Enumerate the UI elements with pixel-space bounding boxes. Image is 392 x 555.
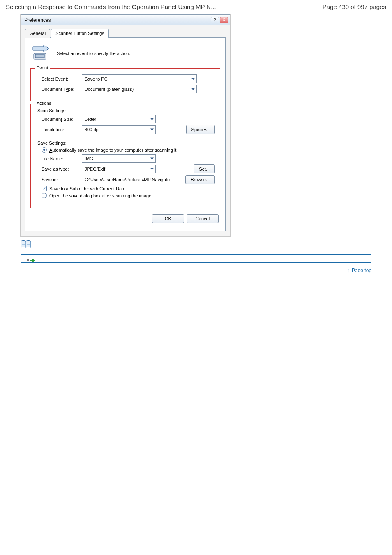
tab-scanner-button-settings[interactable]: Scanner Button Settings	[51, 29, 109, 38]
preferences-dialog: Preferences ? ✕ General Scanner Button S…	[21, 14, 230, 236]
save-in-field[interactable]: C:\Users\UserName\Pictures\MP Navigato	[82, 176, 180, 184]
intro-row: Select an event to specify the action.	[30, 42, 220, 68]
document-type-dropdown[interactable]: Document (platen glass)	[82, 85, 197, 93]
dialog-footer: OK Cancel	[30, 208, 220, 224]
svg-rect-1	[35, 54, 44, 58]
tab-page: Select an event to specify the action. E…	[25, 37, 226, 231]
specify-button[interactable]: Specify...	[186, 125, 215, 134]
document-size-dropdown[interactable]: Letter	[82, 115, 156, 123]
page-top-link[interactable]: ↑ Page top	[0, 265, 392, 273]
radio-icon	[42, 147, 47, 153]
save-in-label: Save in:	[36, 177, 82, 182]
divider-line	[21, 254, 371, 255]
save-settings-section: Save Settings: Automatically save the im…	[36, 136, 215, 202]
actions-legend: Actions	[35, 101, 53, 106]
file-name-field[interactable]: IMG	[82, 154, 156, 163]
tab-strip: General Scanner Button Settings	[25, 29, 226, 38]
note-icon	[21, 240, 31, 249]
save-settings-label: Save Settings:	[37, 141, 215, 146]
radio-icon	[42, 193, 47, 198]
checkbox-icon	[42, 186, 47, 191]
page-number: Page 430 of 997 pages	[323, 3, 386, 10]
dialog-titlebar: Preferences ? ✕	[21, 15, 230, 25]
bullet-list	[0, 258, 392, 259]
file-name-label: File Name:	[36, 156, 82, 161]
arrow-bullet-icon	[30, 259, 35, 263]
resolution-dropdown[interactable]: 300 dpi	[82, 125, 156, 134]
document-size-label: Document Size:	[36, 117, 82, 122]
select-event-label: Select Event:	[36, 76, 82, 81]
set-button[interactable]: Set...	[194, 164, 215, 173]
page-header: Selecting a Response to Commands from th…	[0, 0, 392, 14]
divider-line	[21, 262, 371, 263]
event-legend: Event	[35, 65, 50, 70]
open-dialog-radio[interactable]: Open the save dialog box after scanning …	[42, 193, 215, 198]
cancel-button[interactable]: Cancel	[187, 214, 219, 223]
tab-general[interactable]: General	[25, 29, 50, 38]
resolution-label: Resolution:	[36, 127, 82, 132]
square-bullet-icon	[27, 259, 29, 261]
scanner-arrow-icon	[31, 44, 51, 62]
dialog-title: Preferences	[24, 17, 51, 23]
scan-settings-label: Scan Settings:	[37, 108, 215, 113]
event-group: Event Select Event: Save to PC Document …	[30, 68, 220, 101]
up-arrow-icon: ↑	[348, 268, 350, 273]
page-top-label: Page top	[352, 268, 371, 273]
actions-group: Actions Scan Settings: Document Size: Le…	[30, 104, 220, 208]
document-type-label: Document Type:	[36, 87, 82, 92]
ok-button[interactable]: OK	[152, 214, 184, 223]
doc-title: Selecting a Response to Commands from th…	[6, 3, 216, 10]
intro-text: Select an event to specify the action.	[57, 51, 130, 56]
select-event-dropdown[interactable]: Save to PC	[82, 74, 197, 83]
browse-button[interactable]: Browse...	[185, 175, 215, 184]
help-button[interactable]: ?	[211, 17, 219, 23]
save-as-type-dropdown[interactable]: JPEG/Exif	[82, 165, 156, 173]
close-button[interactable]: ✕	[220, 17, 228, 23]
subfolder-checkbox[interactable]: Save to a Subfolder with Current Date	[42, 186, 215, 191]
save-as-type-label: Save as type:	[36, 166, 82, 171]
auto-save-radio[interactable]: Automatically save the image to your com…	[42, 147, 215, 153]
